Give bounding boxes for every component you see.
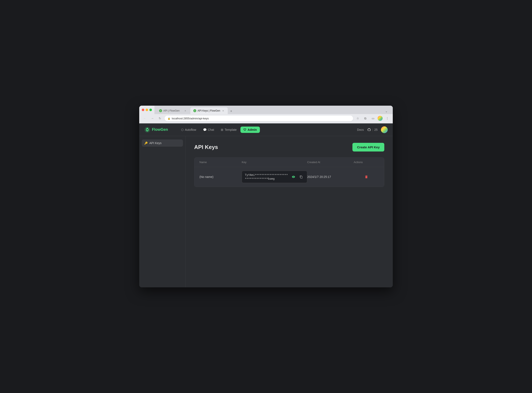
tab-favicon-1: G [159,109,162,112]
nav-item-chat-label: Chat [208,128,214,131]
nav-right: Docs | 25 [357,126,388,133]
logo-area[interactable]: FlowGen [144,127,168,133]
address-bar[interactable]: 🔒 localhost:2855/admin/api-keys [165,116,353,121]
key-actions [291,174,304,180]
address-bar-row: ← → ↻ 🔒 localhost:2855/admin/api-keys ☆ … [139,114,393,123]
navbar: FlowGen ⬡ Autoflow 💬 Chat ⊞ Template 🛡 A… [139,123,393,136]
tab-favicon-2: G [193,109,196,112]
delete-api-key-button[interactable] [363,173,370,180]
col-header-created-at: Created At [307,161,354,164]
browser-tab-2[interactable]: G API Keys | FlowGen ✕ [190,107,228,114]
github-count: 25 [374,128,378,131]
github-divider: | [372,128,373,131]
forward-button[interactable]: → [149,115,155,121]
toggle-key-visibility-button[interactable] [291,174,296,180]
col-header-actions: Actions [354,161,379,164]
browser-tab-1[interactable]: G API | FlowGen ✕ [156,107,190,114]
profile-button[interactable] [378,116,383,121]
address-text: localhost:2855/admin/api-keys [172,117,209,120]
nav-item-template[interactable]: ⊞ Template [218,127,239,133]
tab-bar: G API | FlowGen ✕ G API Keys | FlowGen ✕… [154,106,393,114]
reload-button[interactable]: ↻ [157,115,163,121]
github-icon [367,128,371,132]
cell-created-at: 2024/1/7 20:25:17 [307,175,354,179]
minimize-window-button[interactable] [146,109,148,111]
tab-close-2[interactable]: ✕ [221,109,225,113]
security-icon: 🔒 [168,117,171,120]
sidebar-toggle-button[interactable]: ▭ [370,115,376,121]
api-keys-table: Name Key Created At Actions (No name) Ty… [194,157,384,187]
admin-icon: 🛡 [243,128,246,131]
copy-key-button[interactable] [298,174,304,180]
bookmark-button[interactable]: ☆ [355,115,361,121]
table-row: (No name) TyYAmi************************… [194,167,384,187]
nav-item-admin-label: Admin [248,128,257,131]
key-text: TyYAmi**********************************… [245,173,288,181]
more-options-button[interactable]: ⋮ [384,115,390,121]
nav-item-autoflow-label: Autoflow [185,128,196,131]
close-window-button[interactable] [142,109,144,111]
svg-point-1 [147,129,148,130]
col-header-name: Name [200,161,242,164]
create-api-key-button[interactable]: Create API Key [352,143,384,152]
logo-icon [144,127,150,133]
nav-item-template-label: Template [225,128,237,131]
content-area: API Keys Create API Key Name Key Created… [186,136,393,287]
template-icon: ⊞ [221,128,223,131]
back-button[interactable]: ← [142,115,148,121]
new-tab-button[interactable]: + [228,108,234,114]
nav-items: ⬡ Autoflow 💬 Chat ⊞ Template 🛡 Admin [178,127,350,133]
browser-window: G API | FlowGen ✕ G API Keys | FlowGen ✕… [139,106,393,287]
key-display: TyYAmi**********************************… [242,171,307,183]
tab-title-2: API Keys | FlowGen [198,109,220,112]
extensions-button[interactable]: ⧉ [362,115,368,121]
logo-text: FlowGen [152,128,168,132]
cell-actions [354,173,379,180]
nav-item-admin[interactable]: 🛡 Admin [240,127,260,133]
main-layout: 🔑 API Keys API Keys Create API Key Name … [139,136,393,287]
tab-close-1[interactable]: ✕ [184,109,187,113]
nav-item-chat[interactable]: 💬 Chat [200,127,217,133]
github-link[interactable]: | 25 [367,128,378,132]
maximize-window-button[interactable] [149,109,152,111]
user-avatar[interactable] [381,126,388,133]
tab-menu-button[interactable]: ⌄ [383,108,389,114]
tab-title-1: API | FlowGen [163,109,182,112]
key-icon: 🔑 [144,142,148,145]
chat-icon: 💬 [203,128,207,131]
sidebar: 🔑 API Keys [139,136,186,287]
page-header: API Keys Create API Key [194,143,384,152]
docs-link[interactable]: Docs [357,128,364,131]
cell-key: TyYAmi**********************************… [242,171,307,183]
table-header: Name Key Created At Actions [194,158,384,167]
sidebar-item-api-keys-label: API Keys [149,141,162,145]
nav-item-autoflow[interactable]: ⬡ Autoflow [178,127,199,133]
col-header-key: Key [242,161,307,164]
page-title: API Keys [194,144,218,150]
app-container: FlowGen ⬡ Autoflow 💬 Chat ⊞ Template 🛡 A… [139,123,393,287]
traffic-lights [139,106,154,114]
browser-chrome: G API | FlowGen ✕ G API Keys | FlowGen ✕… [139,106,393,123]
autoflow-icon: ⬡ [181,128,184,131]
sidebar-item-api-keys[interactable]: 🔑 API Keys [142,139,183,147]
cell-name: (No name) [200,175,242,179]
